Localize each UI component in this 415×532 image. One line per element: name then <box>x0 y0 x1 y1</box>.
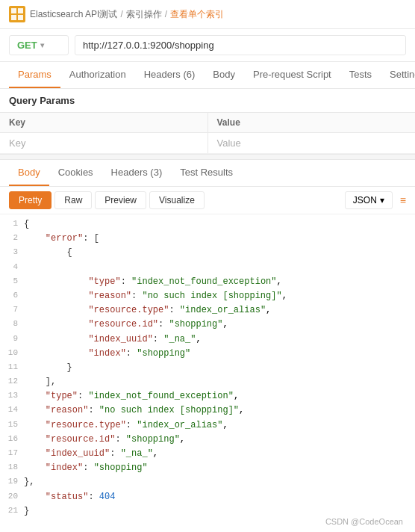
method-label: GET <box>17 40 37 51</box>
preview-button[interactable]: Preview <box>95 191 146 209</box>
json-line: 7 "resource.type": "index_or_alias", <box>0 303 415 318</box>
line-number: 20 <box>3 490 24 504</box>
params-key-input[interactable]: Key <box>0 133 208 154</box>
method-select[interactable]: GET ▾ <box>9 35 69 55</box>
line-number: 2 <box>3 232 24 245</box>
tab-params[interactable]: Params <box>9 62 60 88</box>
line-number: 18 <box>3 461 24 474</box>
breadcrumb-part2[interactable]: 索引操作 <box>126 8 162 21</box>
line-content: "type": "index_not_found_exception", <box>24 389 412 403</box>
json-line: 6 "reason": "no such index [shopping]", <box>0 289 415 303</box>
line-number: 16 <box>3 433 24 446</box>
tab-response-headers[interactable]: Headers (3) <box>102 160 172 186</box>
json-line: 3 { <box>0 246 415 260</box>
params-value-header: Value <box>208 113 415 133</box>
json-line: 5 "type": "index_not_found_exception", <box>0 275 415 289</box>
breadcrumb-current: 查看单个索引 <box>170 8 224 21</box>
footer-text: CSDN @CodeOcean <box>316 514 412 529</box>
tab-authorization[interactable]: Authorization <box>60 62 135 88</box>
json-line: 18 "index": "shopping" <box>0 461 415 475</box>
line-content: "index_uuid": "_na_", <box>24 332 412 347</box>
json-line: 20 "status": 404 <box>0 490 415 504</box>
line-content: "status": 404 <box>24 490 412 504</box>
breadcrumb: Elasticsearch API测试 / 索引操作 / 查看单个索引 <box>30 8 224 21</box>
line-content: { <box>24 217 412 232</box>
json-line: 1{ <box>0 217 415 232</box>
json-line: 10 "index": "shopping" <box>0 347 415 361</box>
line-number: 15 <box>3 418 24 432</box>
line-number: 14 <box>3 403 24 417</box>
format-chevron-icon: ▾ <box>380 195 384 205</box>
line-number: 5 <box>3 275 24 288</box>
json-line: 17 "index_uuid": "_na_", <box>0 447 415 461</box>
json-line: 9 "index_uuid": "_na_", <box>0 332 415 347</box>
tab-prerequest[interactable]: Pre-request Script <box>244 62 340 88</box>
json-line: 2 "error": [ <box>0 232 415 246</box>
line-number: 8 <box>3 318 24 331</box>
params-table: Key Value Key Value <box>0 112 415 154</box>
json-line: 19}, <box>0 475 415 489</box>
line-content: }, <box>24 475 412 489</box>
query-params-title: Query Params <box>0 89 415 112</box>
method-chevron-icon: ▾ <box>40 41 44 49</box>
url-input[interactable] <box>75 35 406 55</box>
section-divider <box>0 154 415 160</box>
line-content: "resource.id": "shopping", <box>24 433 412 447</box>
tab-settings[interactable]: Settings <box>381 62 415 88</box>
line-number: 1 <box>3 217 24 231</box>
line-content: "error": [ <box>24 232 412 246</box>
json-line: 11 } <box>0 361 415 375</box>
response-tabs: Body Cookies Headers (3) Test Results <box>0 160 415 187</box>
raw-button[interactable]: Raw <box>54 191 92 209</box>
line-number: 6 <box>3 289 24 303</box>
json-line: 15 "resource.type": "index_or_alias", <box>0 418 415 433</box>
breadcrumb-part1[interactable]: Elasticsearch API测试 <box>30 8 117 21</box>
line-number: 4 <box>3 261 24 274</box>
line-content: "index_uuid": "_na_", <box>24 447 412 461</box>
tab-cookies[interactable]: Cookies <box>49 160 102 186</box>
json-body: 1{2 "error": [3 {4 5 "type": "index_not_… <box>0 214 415 522</box>
line-content: "reason": "no such index [shopping]", <box>24 403 412 418</box>
line-number: 19 <box>3 475 24 489</box>
svg-rect-2 <box>11 15 16 20</box>
json-line: 16 "resource.id": "shopping", <box>0 433 415 447</box>
tab-test-results[interactable]: Test Results <box>171 160 242 186</box>
line-content <box>24 261 412 275</box>
line-number: 12 <box>3 375 24 389</box>
json-line: 12 ], <box>0 375 415 389</box>
json-line: 14 "reason": "no such index [shopping]", <box>0 403 415 418</box>
params-key-header: Key <box>0 113 208 133</box>
svg-rect-1 <box>18 8 23 13</box>
format-type-select[interactable]: JSON ▾ <box>345 191 393 209</box>
line-content: ], <box>24 375 412 389</box>
format-bar: Pretty Raw Preview Visualize JSON ▾ ≡ <box>0 187 415 214</box>
line-content: } <box>24 361 412 375</box>
line-content: "reason": "no such index [shopping]", <box>24 289 412 303</box>
tab-body[interactable]: Body <box>204 62 244 88</box>
tab-tests[interactable]: Tests <box>340 62 381 88</box>
params-value-input[interactable]: Value <box>208 133 415 154</box>
line-number: 17 <box>3 447 24 460</box>
filter-icon[interactable]: ≡ <box>400 194 406 206</box>
visualize-button[interactable]: Visualize <box>149 191 205 209</box>
json-line: 13 "type": "index_not_found_exception", <box>0 389 415 403</box>
line-number: 7 <box>3 303 24 317</box>
format-type-label: JSON <box>353 195 377 205</box>
app-logo <box>9 6 25 22</box>
line-number: 11 <box>3 361 24 374</box>
line-content: "index": "shopping" <box>24 461 412 475</box>
tab-headers[interactable]: Headers (6) <box>135 62 205 88</box>
breadcrumb-sep2: / <box>165 9 167 19</box>
line-content: { <box>24 246 412 260</box>
json-line: 4 <box>0 261 415 275</box>
svg-rect-3 <box>18 15 23 20</box>
line-number: 9 <box>3 332 24 346</box>
tab-response-body[interactable]: Body <box>9 160 49 186</box>
svg-rect-0 <box>11 8 16 13</box>
line-number: 10 <box>3 347 24 360</box>
line-content: "resource.id": "shopping", <box>24 318 412 332</box>
line-number: 13 <box>3 389 24 403</box>
breadcrumb-sep1: / <box>120 9 122 19</box>
line-content: "type": "index_not_found_exception", <box>24 275 412 289</box>
pretty-button[interactable]: Pretty <box>9 191 52 209</box>
